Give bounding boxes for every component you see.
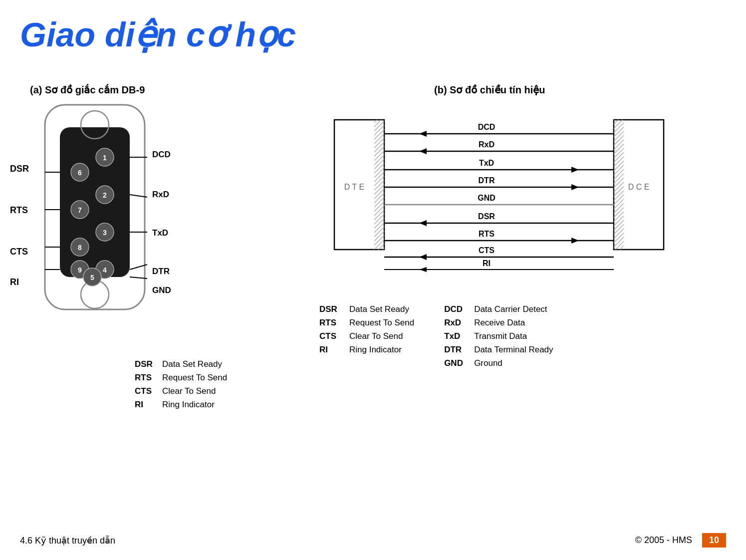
abbrev-key-rts: RTS bbox=[135, 373, 162, 383]
svg-text:RI: RI bbox=[483, 259, 491, 268]
svg-text:CTS: CTS bbox=[479, 246, 495, 255]
fa-val-cts: Clear To Send bbox=[349, 331, 403, 341]
fa-key-dcd: DCD bbox=[444, 304, 474, 314]
label-gnd: GND bbox=[152, 285, 171, 295]
svg-text:8: 8 bbox=[78, 244, 82, 252]
svg-text:DSR: DSR bbox=[478, 212, 495, 221]
full-abbrev-cts: CTS Clear To Send bbox=[319, 331, 414, 341]
abbrev-rts: RTS Request To Send bbox=[135, 373, 227, 383]
signal-direction-diagram: D T E D C E DCD RxD TxD DTR GND bbox=[319, 105, 699, 277]
abbreviation-table-left: DSR Data Set Ready RTS Request To Send C… bbox=[135, 359, 227, 410]
abbrev-val-ri: Ring Indicator bbox=[162, 400, 215, 410]
abbrev-col-left: DSR Data Set Ready RTS Request To Send C… bbox=[319, 304, 414, 368]
db9-connector-area: 1 6 2 7 3 8 4 9 5 bbox=[30, 100, 165, 321]
fa-key-rts: RTS bbox=[319, 318, 349, 328]
abbrev-val-dsr: Data Set Ready bbox=[162, 359, 222, 369]
abbrev-col-right: DCD Data Carrier Detect RxD Receive Data… bbox=[444, 304, 553, 368]
label-ri: RI bbox=[10, 277, 29, 287]
svg-marker-69 bbox=[419, 254, 427, 260]
left-section-title: (a) Sơ đồ giắc cắm DB-9 bbox=[30, 84, 145, 96]
footer-left: 4.6 Kỹ thuật truyền dẫn bbox=[20, 535, 115, 546]
footer-page: 10 bbox=[702, 533, 726, 548]
svg-marker-40 bbox=[419, 131, 427, 137]
abbrev-dsr: DSR Data Set Ready bbox=[135, 359, 227, 369]
label-dsr: DSR bbox=[10, 164, 29, 174]
fa-key-txd: TxD bbox=[444, 331, 474, 341]
fa-val-ri: Ring Indicator bbox=[349, 345, 402, 355]
fa-val-dsr: Data Set Ready bbox=[349, 304, 409, 314]
abbrev-key-cts: CTS bbox=[135, 386, 162, 396]
svg-marker-60 bbox=[419, 220, 427, 226]
full-abbrev-gnd: GND Ground bbox=[444, 358, 553, 368]
label-txd: TxD bbox=[152, 228, 171, 238]
svg-rect-1 bbox=[60, 127, 130, 277]
label-rts: RTS bbox=[10, 205, 29, 216]
signal-svg: D T E D C E DCD RxD TxD DTR GND bbox=[319, 105, 699, 275]
fa-key-gnd: GND bbox=[444, 358, 474, 368]
svg-text:6: 6 bbox=[78, 169, 82, 177]
full-abbrev-txd: TxD Transmit Data bbox=[444, 331, 553, 341]
fa-val-gnd: Ground bbox=[474, 358, 502, 368]
label-cts: CTS bbox=[10, 247, 29, 257]
fa-key-dsr: DSR bbox=[319, 304, 349, 314]
full-abbrev-dcd: DCD Data Carrier Detect bbox=[444, 304, 553, 314]
label-dcd: DCD bbox=[152, 150, 171, 160]
svg-text:3: 3 bbox=[103, 229, 107, 237]
db9-connector-svg: 1 6 2 7 3 8 4 9 5 bbox=[30, 100, 165, 319]
abbrev-val-rts: Request To Send bbox=[162, 373, 227, 383]
svg-text:9: 9 bbox=[78, 266, 82, 274]
abbrev-val-cts: Clear To Send bbox=[162, 386, 216, 396]
footer-copyright: © 2005 - HMS bbox=[635, 535, 692, 546]
fa-val-rts: Request To Send bbox=[349, 318, 414, 328]
full-abbrev-ri: RI Ring Indicator bbox=[319, 345, 414, 355]
signal-labels-left: DSR RTS CTS RI bbox=[10, 164, 29, 287]
footer: 4.6 Kỹ thuật truyền dẫn © 2005 - HMS 10 bbox=[0, 533, 746, 548]
fa-key-dtr: DTR bbox=[444, 345, 474, 355]
svg-text:1: 1 bbox=[103, 154, 107, 162]
svg-text:D T E: D T E bbox=[344, 183, 364, 191]
abbrev-ri: RI Ring Indicator bbox=[135, 400, 227, 410]
fa-val-dtr: Data Terminal Ready bbox=[474, 345, 553, 355]
full-abbrev-rxd: RxD Receive Data bbox=[444, 318, 553, 328]
svg-text:DTR: DTR bbox=[479, 176, 495, 185]
fa-key-cts: CTS bbox=[319, 331, 349, 341]
fa-val-dcd: Data Carrier Detect bbox=[474, 304, 547, 314]
svg-text:GND: GND bbox=[478, 194, 496, 202]
pin-labels-right: DCD RxD TxD DTR GND bbox=[152, 150, 171, 295]
label-rxd: RxD bbox=[152, 190, 171, 200]
full-abbrev-dsr: DSR Data Set Ready bbox=[319, 304, 414, 314]
svg-marker-45 bbox=[419, 148, 427, 154]
svg-text:RTS: RTS bbox=[479, 230, 495, 238]
svg-text:TxD: TxD bbox=[479, 159, 494, 167]
svg-rect-37 bbox=[614, 120, 624, 250]
label-dtr: DTR bbox=[152, 267, 171, 277]
svg-marker-65 bbox=[571, 238, 579, 244]
svg-rect-32 bbox=[374, 120, 384, 250]
svg-text:5: 5 bbox=[90, 274, 94, 281]
full-abbrev-dtr: DTR Data Terminal Ready bbox=[444, 345, 553, 355]
svg-marker-54 bbox=[571, 184, 579, 190]
svg-text:DCD: DCD bbox=[478, 123, 496, 131]
svg-text:2: 2 bbox=[103, 191, 107, 199]
svg-text:D C E: D C E bbox=[628, 183, 650, 191]
svg-marker-50 bbox=[571, 167, 579, 173]
fa-key-rxd: RxD bbox=[444, 318, 474, 328]
abbrev-key-ri: RI bbox=[135, 400, 162, 410]
abbrev-cts: CTS Clear To Send bbox=[135, 386, 227, 396]
svg-marker-74 bbox=[419, 267, 427, 272]
page-title: Giao diện cơ học bbox=[20, 15, 296, 54]
full-abbreviation-table: DSR Data Set Ready RTS Request To Send C… bbox=[319, 304, 553, 368]
svg-text:7: 7 bbox=[78, 206, 82, 214]
fa-val-txd: Transmit Data bbox=[474, 331, 527, 341]
full-abbrev-rts: RTS Request To Send bbox=[319, 318, 414, 328]
svg-text:RxD: RxD bbox=[479, 140, 495, 149]
fa-val-rxd: Receive Data bbox=[474, 318, 525, 328]
svg-text:4: 4 bbox=[103, 266, 107, 274]
fa-key-ri: RI bbox=[319, 345, 349, 355]
right-section-title: (b) Sơ đồ chiều tín hiệu bbox=[434, 84, 545, 96]
abbrev-key-dsr: DSR bbox=[135, 359, 162, 369]
